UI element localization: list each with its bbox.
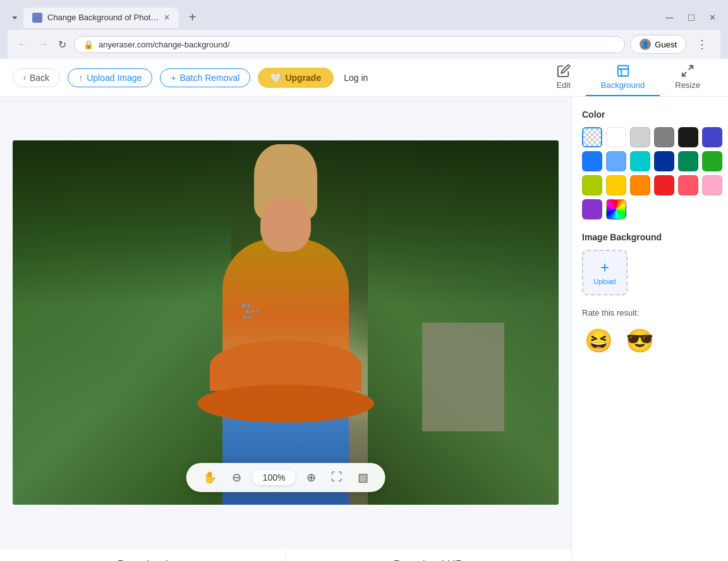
svg-line-2 xyxy=(682,72,686,76)
login-label: Log in xyxy=(344,73,368,83)
canvas-container[interactable]: ✋ ⊖ 100% ⊕ ⛶ ▧ xyxy=(0,97,571,548)
tab-resize[interactable]: Resize xyxy=(660,59,715,96)
browser-menu-btn[interactable]: ⋮ xyxy=(691,35,713,54)
close-btn[interactable]: × xyxy=(705,9,720,26)
back-label: Back xyxy=(30,73,49,83)
right-panel: Color xyxy=(571,97,728,561)
split-view-btn[interactable]: ▧ xyxy=(354,468,372,487)
main-content: ✋ ⊖ 100% ⊕ ⛶ ▧ Download Preview image: 8… xyxy=(0,97,728,561)
canvas-area: ✋ ⊖ 100% ⊕ ⛶ ▧ Download Preview image: 8… xyxy=(0,97,571,561)
background-icon xyxy=(616,64,630,78)
emoji-laugh-btn[interactable]: 😆 xyxy=(582,325,616,357)
color-transparent[interactable] xyxy=(582,127,602,147)
color-purple[interactable] xyxy=(582,199,602,219)
rate-label: Rate this result: xyxy=(582,308,718,317)
app-header: ‹ Back ↑ Upload Image + Batch Removal 🤍 … xyxy=(0,59,728,97)
batch-plus-icon: + xyxy=(171,73,176,83)
color-blue-light[interactable] xyxy=(606,151,626,171)
color-teal[interactable] xyxy=(678,151,698,171)
window-controls: ─ □ × xyxy=(661,9,720,26)
canvas-toolbar: ✋ ⊖ 100% ⊕ ⛶ ▧ xyxy=(186,463,385,492)
upload-background-btn[interactable]: + Upload xyxy=(582,250,628,295)
tab-row: ⏷ Change Background of Phot… × + ─ □ × xyxy=(8,5,720,30)
color-blue-bright[interactable] xyxy=(582,151,602,171)
color-lightgray[interactable] xyxy=(630,127,650,147)
edit-icon xyxy=(557,64,571,78)
color-pink[interactable] xyxy=(702,175,722,195)
pan-tool-btn[interactable]: ✋ xyxy=(199,468,221,487)
tab-edit[interactable]: Edit xyxy=(541,59,585,96)
color-white[interactable] xyxy=(606,127,626,147)
active-tab[interactable]: Change Background of Phot… × xyxy=(23,8,179,28)
color-black[interactable] xyxy=(678,127,698,147)
upload-bg-label: Upload xyxy=(594,278,616,285)
emoji-row: 😆 😎 xyxy=(582,325,718,357)
color-red[interactable] xyxy=(654,175,674,195)
ai-processing-dots xyxy=(242,304,259,319)
browser-chrome: ⏷ Change Background of Phot… × + ─ □ × ←… xyxy=(0,0,728,59)
guest-label: Guest xyxy=(655,40,677,49)
download-hd-section: Download HD Full image: 1280 x 853 px i xyxy=(286,548,572,561)
tab-resize-label: Resize xyxy=(675,80,700,90)
tab-background-label: Background xyxy=(601,80,645,90)
color-red-light[interactable] xyxy=(678,175,698,195)
upload-plus-icon: + xyxy=(600,260,609,275)
upload-image-button[interactable]: ↑ Upload Image xyxy=(68,68,152,87)
zoom-in-btn[interactable]: ⊕ xyxy=(303,468,320,487)
address-text: anyeraser.com/change-background/ xyxy=(99,40,616,49)
color-grid xyxy=(582,127,718,219)
new-tab-btn[interactable]: + xyxy=(180,5,205,30)
person-head xyxy=(260,195,311,252)
stairs xyxy=(422,323,504,432)
color-blue-medium[interactable] xyxy=(702,127,722,147)
nav-refresh-btn[interactable]: ↻ xyxy=(56,36,69,53)
photo-frame: ✋ ⊖ 100% ⊕ ⛶ ▧ xyxy=(13,140,559,505)
tab-background[interactable]: Background xyxy=(586,59,660,96)
nav-forward-btn[interactable]: → xyxy=(35,36,51,52)
login-button[interactable]: Log in xyxy=(344,73,368,83)
guest-avatar: 👤 xyxy=(640,39,651,50)
svg-rect-0 xyxy=(617,66,628,77)
browser-nav: ← → ↻ 🔒 anyeraser.com/change-background/… xyxy=(8,30,720,59)
address-bar[interactable]: 🔒 anyeraser.com/change-background/ xyxy=(74,36,625,53)
tab-title: Change Background of Phot… xyxy=(47,13,159,22)
color-gray[interactable] xyxy=(654,127,674,147)
resize-icon xyxy=(681,64,695,78)
color-rainbow[interactable] xyxy=(606,199,626,219)
batch-removal-button[interactable]: + Batch Removal xyxy=(160,68,250,87)
color-orange[interactable] xyxy=(630,175,650,195)
emoji-cool-btn[interactable]: 😎 xyxy=(623,325,657,357)
tab-close-btn[interactable]: × xyxy=(164,13,169,23)
upload-icon: ↑ xyxy=(78,73,83,83)
batch-label: Batch Removal xyxy=(179,73,240,83)
rate-section: Rate this result: 😆 😎 xyxy=(582,308,718,357)
color-section-label: Color xyxy=(582,109,718,120)
color-green[interactable] xyxy=(702,151,722,171)
download-standard-section: Download Preview image: 800 x 533 px i xyxy=(0,548,286,561)
download-bar: Download Preview image: 800 x 533 px i D… xyxy=(0,548,571,561)
upgrade-label: Upgrade xyxy=(285,73,321,83)
upload-label: Upload Image xyxy=(87,73,142,83)
zoom-out-btn[interactable]: ⊖ xyxy=(228,468,245,487)
nav-back-btn[interactable]: ← xyxy=(15,36,30,52)
address-lock-icon: 🔒 xyxy=(83,40,94,49)
minimize-btn[interactable]: ─ xyxy=(661,9,678,26)
back-button[interactable]: ‹ Back xyxy=(13,68,60,87)
image-bg-label: Image Background xyxy=(582,232,718,242)
tab-favicon xyxy=(32,13,42,23)
guest-btn[interactable]: 👤 Guest xyxy=(630,35,686,54)
zoom-level: 100% xyxy=(253,470,296,485)
color-cyan[interactable] xyxy=(630,151,650,171)
download-hd-btn[interactable]: Download HD xyxy=(394,558,464,561)
garden-scene xyxy=(13,140,559,505)
hat-brim xyxy=(197,385,374,422)
fullscreen-btn[interactable]: ⛶ xyxy=(327,468,346,486)
person-container xyxy=(185,201,387,505)
color-yellow-green[interactable] xyxy=(582,175,602,195)
download-standard-btn[interactable]: Download xyxy=(118,558,168,561)
maximize-btn[interactable]: □ xyxy=(683,9,700,26)
color-yellow[interactable] xyxy=(606,175,626,195)
tab-history-btn[interactable]: ⏷ xyxy=(8,11,22,24)
upgrade-button[interactable]: 🤍 Upgrade xyxy=(258,68,334,88)
color-blue-dark[interactable] xyxy=(654,151,674,171)
